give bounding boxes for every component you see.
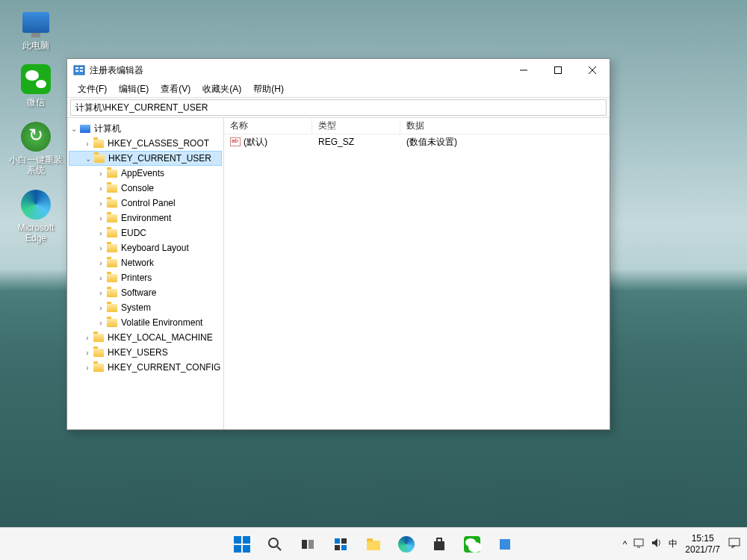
tree-node[interactable]: ›HKEY_CURRENT_CONFIG bbox=[69, 360, 222, 375]
svg-rect-4 bbox=[80, 70, 83, 72]
wechat-icon bbox=[463, 535, 481, 553]
svg-rect-12 bbox=[309, 540, 314, 549]
tree-expander-icon[interactable]: › bbox=[82, 364, 93, 372]
tree-node[interactable]: ⌄HKEY_CURRENT_USER bbox=[69, 151, 222, 166]
menu-item[interactable]: 文件(F) bbox=[72, 81, 113, 97]
col-header-data[interactable]: 数据 bbox=[400, 118, 610, 134]
this-pc-icon bbox=[21, 7, 51, 37]
menu-item[interactable]: 编辑(E) bbox=[113, 81, 155, 97]
tree-expander-icon[interactable]: › bbox=[96, 319, 106, 327]
tray-chevron-icon[interactable]: ^ bbox=[623, 539, 627, 550]
tree-expander-icon[interactable]: › bbox=[96, 304, 106, 312]
clock[interactable]: 15:15 2021/7/7 bbox=[685, 533, 720, 556]
desktop-icon-label: 小白一键重装系统 bbox=[7, 155, 64, 176]
ime-indicator[interactable]: 中 bbox=[669, 538, 678, 550]
tree-expander-icon[interactable]: ⌄ bbox=[83, 155, 93, 163]
taskbar-edge-button[interactable] bbox=[391, 529, 421, 559]
folder-icon bbox=[106, 287, 118, 298]
tree-node[interactable]: ›Software bbox=[69, 285, 222, 300]
titlebar[interactable]: 注册表编辑器 bbox=[67, 59, 610, 81]
tree-expander-icon[interactable]: › bbox=[96, 244, 106, 252]
taskbar-start-button[interactable] bbox=[227, 529, 257, 559]
taskbar-store-button[interactable] bbox=[424, 529, 454, 559]
col-header-name[interactable]: 名称 bbox=[224, 118, 312, 134]
cell-type: REG_SZ bbox=[312, 137, 400, 147]
tree-node[interactable]: ›Volatile Environment bbox=[69, 315, 222, 330]
svg-rect-2 bbox=[75, 70, 78, 72]
menu-item[interactable]: 帮助(H) bbox=[247, 81, 290, 97]
taskbar-widgets-button[interactable] bbox=[326, 529, 356, 559]
svg-rect-17 bbox=[367, 541, 380, 550]
close-button[interactable] bbox=[575, 59, 610, 81]
tree-node[interactable]: ›AppEvents bbox=[69, 166, 222, 181]
tree-node-label: Software bbox=[121, 287, 156, 298]
system-tray: ^ 中 15:15 2021/7/7 bbox=[623, 533, 741, 556]
tree-expander-icon[interactable]: › bbox=[96, 169, 106, 178]
tree-expander-icon[interactable]: › bbox=[82, 334, 93, 342]
taskbar-taskview-button[interactable] bbox=[293, 529, 323, 559]
tree-node[interactable]: ›HKEY_USERS bbox=[69, 345, 222, 360]
taskbar-wechat-button[interactable] bbox=[457, 529, 487, 559]
maximize-button[interactable] bbox=[541, 59, 575, 81]
tree-node-label: 计算机 bbox=[94, 122, 121, 135]
taskbar-explorer-button[interactable] bbox=[359, 529, 388, 559]
menu-item[interactable]: 收藏夹(A) bbox=[196, 81, 247, 97]
tree-expander-icon[interactable]: › bbox=[82, 140, 93, 148]
folder-icon bbox=[106, 183, 118, 193]
wechat-icon bbox=[21, 64, 51, 94]
tree-expander-icon[interactable]: › bbox=[96, 289, 106, 297]
cell-data: (数值未设置) bbox=[400, 136, 610, 149]
tree-panel[interactable]: ⌄计算机›HKEY_CLASSES_ROOT⌄HKEY_CURRENT_USER… bbox=[67, 118, 224, 429]
tree-expander-icon[interactable]: ⌄ bbox=[69, 125, 79, 133]
desktop-icon-this-pc[interactable]: 此电脑 bbox=[7, 7, 64, 51]
tree-expander-icon[interactable]: › bbox=[96, 229, 106, 237]
desktop-icon-edge[interactable]: MicrosoftEdge bbox=[7, 190, 64, 244]
folder-icon bbox=[106, 243, 118, 253]
address-bar[interactable]: 计算机\HKEY_CURRENT_USER bbox=[70, 99, 607, 116]
tree-node[interactable]: ›Control Panel bbox=[69, 196, 222, 211]
tree-node[interactable]: ›HKEY_CLASSES_ROOT bbox=[69, 136, 222, 151]
folder-icon bbox=[106, 198, 118, 208]
desktop-icon-label: 微信 bbox=[7, 97, 64, 108]
desktop-icons: 此电脑微信小白一键重装系统MicrosoftEdge bbox=[7, 7, 64, 257]
tree-node[interactable]: ›Console bbox=[69, 181, 222, 196]
list-panel[interactable]: 名称 类型 数据 (默认)REG_SZ(数值未设置) bbox=[224, 118, 610, 429]
svg-point-9 bbox=[269, 538, 278, 547]
regedit-icon bbox=[73, 64, 85, 76]
tree-expander-icon[interactable]: › bbox=[96, 214, 106, 223]
tree-expander-icon[interactable]: › bbox=[96, 274, 106, 282]
tree-node-label: HKEY_CURRENT_CONFIG bbox=[108, 362, 220, 373]
svg-rect-15 bbox=[335, 545, 340, 550]
desktop-icon-label: MicrosoftEdge bbox=[7, 223, 64, 244]
tree-expander-icon[interactable]: › bbox=[96, 259, 106, 267]
tree-node[interactable]: ›HKEY_LOCAL_MACHINE bbox=[69, 330, 222, 345]
tree-node[interactable]: ›Environment bbox=[69, 211, 222, 225]
network-icon[interactable] bbox=[633, 537, 645, 551]
tree-node[interactable]: ›Network bbox=[69, 255, 222, 270]
edge-icon bbox=[397, 535, 415, 553]
desktop-icon-wechat[interactable]: 微信 bbox=[7, 64, 64, 108]
tree-node[interactable]: ›System bbox=[69, 300, 222, 315]
search-icon bbox=[266, 535, 284, 553]
desktop-icon-reinstall[interactable]: 小白一键重装系统 bbox=[7, 122, 64, 176]
list-row[interactable]: (默认)REG_SZ(数值未设置) bbox=[224, 134, 610, 149]
clock-date: 2021/7/7 bbox=[685, 544, 720, 556]
tree-node[interactable]: ⌄计算机 bbox=[69, 121, 222, 136]
edge-icon bbox=[21, 190, 51, 220]
tree-node[interactable]: ›Printers bbox=[69, 270, 222, 285]
svg-rect-18 bbox=[367, 538, 373, 541]
taskbar-app-button[interactable] bbox=[490, 529, 520, 559]
col-header-type[interactable]: 类型 bbox=[312, 118, 400, 134]
volume-icon[interactable] bbox=[651, 537, 663, 551]
svg-rect-6 bbox=[555, 67, 562, 74]
notifications-icon[interactable] bbox=[728, 536, 741, 552]
tree-expander-icon[interactable]: › bbox=[82, 349, 93, 357]
tree-expander-icon[interactable]: › bbox=[96, 184, 106, 193]
tree-node[interactable]: ›Keyboard Layout bbox=[69, 240, 222, 255]
menu-item[interactable]: 查看(V) bbox=[155, 81, 196, 97]
taskbar-search-button[interactable] bbox=[260, 529, 290, 559]
minimize-button[interactable] bbox=[506, 59, 541, 81]
taskview-icon bbox=[299, 535, 317, 553]
tree-node[interactable]: ›EUDC bbox=[69, 225, 222, 240]
tree-expander-icon[interactable]: › bbox=[96, 199, 106, 208]
